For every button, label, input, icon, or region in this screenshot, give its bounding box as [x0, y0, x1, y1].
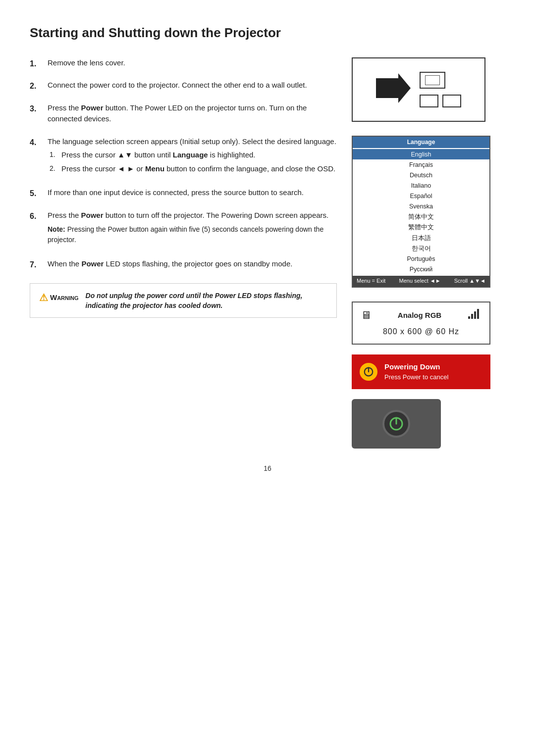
content-layout: 1. Remove the lens cover. 2. Connect the…	[30, 57, 505, 449]
step-5: 5. If more than one input device is conn…	[30, 187, 337, 200]
page-number: 16	[30, 463, 505, 473]
substep-1-text: Press the cursor ▲▼ button until Languag…	[61, 150, 256, 160]
signal-icon	[468, 308, 482, 322]
standby-power-image	[352, 399, 441, 449]
lang-footer-menu: Menu = Exit	[357, 277, 385, 285]
warning-label: ⚠ Warning	[39, 291, 79, 305]
projector-device-icon	[420, 72, 461, 107]
step-1-number: 1.	[30, 57, 44, 70]
svg-rect-4	[477, 309, 479, 319]
lang-item-english: English	[353, 149, 489, 159]
step-3: 3. Press the Power button. The Power LED…	[30, 102, 337, 126]
page: Starting and Shutting down the Projector…	[0, 0, 535, 756]
step-4-text: The language selection screen appears (I…	[48, 136, 337, 147]
step-3-text: Press the Power button. The Power LED on…	[48, 102, 337, 124]
step-7-body: When the Power LED stops flashing, the p…	[48, 258, 337, 271]
step-6-number: 6.	[30, 210, 44, 249]
lang-item-deutsch: Deutsch	[353, 170, 489, 180]
lang-item-traditional-chinese: 繁體中文	[353, 222, 489, 233]
step-6-note: Note: Pressing the Power button again wi…	[48, 224, 337, 245]
language-osd-footer: Menu = Exit Menu select ◄► Scroll ▲▼◄	[353, 276, 489, 287]
powering-down-title: Powering Down	[384, 361, 448, 372]
warning-block: ⚠ Warning Do not unplug the power cord u…	[30, 283, 337, 318]
step-5-number: 5.	[30, 187, 44, 200]
analog-rgb-resolution: 800 x 600 @ 60 Hz	[361, 326, 482, 337]
svg-rect-2	[471, 314, 473, 319]
step-2: 2. Connect the power cord to the project…	[30, 80, 337, 93]
step-4-substep-2: 2. Press the cursor ◄ ► or Menu button t…	[50, 163, 337, 174]
powering-down-box: Powering Down Press Power to cancel	[352, 354, 490, 390]
substep-2-num: 2.	[50, 163, 58, 174]
warning-text: Do not unplug the power cord until the P…	[86, 291, 327, 311]
step-7-text: When the Power LED stops flashing, the p…	[48, 258, 337, 269]
svg-marker-0	[376, 73, 411, 103]
analog-rgb-box: 🖥 Analog RGB 800 x 600 @ 60 Hz	[352, 302, 490, 345]
language-osd-titlebar: Language	[353, 137, 489, 148]
substep-1-num: 1.	[50, 150, 58, 160]
lang-item-russian: Русский	[353, 264, 489, 274]
lang-item-espanol: Español	[353, 191, 489, 202]
step-4-substeps: 1. Press the cursor ▲▼ button until Lang…	[50, 150, 337, 174]
step-1-text: Remove the lens cover.	[48, 57, 337, 68]
lang-item-japanese: 日本語	[353, 233, 489, 243]
page-title: Starting and Shutting down the Projector	[30, 24, 505, 43]
step-7: 7. When the Power LED stops flashing, th…	[30, 258, 337, 271]
right-column: Language English Français Deutsch Italia…	[352, 57, 505, 449]
left-column: 1. Remove the lens cover. 2. Connect the…	[30, 57, 337, 449]
projector-diagram	[352, 57, 485, 122]
step-5-body: If more than one input device is connect…	[48, 187, 337, 200]
step-2-body: Connect the power cord to the projector.…	[48, 80, 337, 93]
lang-item-italiano: Italiano	[353, 180, 489, 191]
step-2-number: 2.	[30, 80, 44, 93]
step-1-body: Remove the lens cover.	[48, 57, 337, 70]
lang-item-korean: 한국어	[353, 243, 489, 253]
lang-footer-select: Menu select ◄►	[399, 277, 441, 285]
svg-rect-1	[468, 316, 470, 319]
warning-triangle-icon: ⚠	[39, 291, 48, 305]
step-4-number: 4.	[30, 136, 44, 177]
step-4-substep-1: 1. Press the cursor ▲▼ button until Lang…	[50, 150, 337, 160]
standby-power-button-icon	[382, 410, 410, 438]
step-1: 1. Remove the lens cover.	[30, 57, 337, 70]
step-4: 4. The language selection screen appears…	[30, 136, 337, 177]
lang-item-francais: Français	[353, 159, 489, 170]
monitor-icon: 🖥	[361, 307, 372, 323]
step-6-body: Press the Power button to turn off the p…	[48, 210, 337, 249]
step-6: 6. Press the Power button to turn off th…	[30, 210, 337, 249]
step-3-number: 3.	[30, 102, 44, 126]
step-6-note-text: Note: Pressing the Power button again wi…	[48, 224, 337, 245]
powering-down-subtitle: Press Power to cancel	[384, 373, 448, 382]
connection-arrow-icon	[376, 73, 411, 106]
warning-title: Warning	[50, 292, 79, 303]
substep-2-text: Press the cursor ◄ ► or Menu button to c…	[61, 163, 335, 174]
step-2-text: Connect the power cord to the projector.…	[48, 80, 337, 91]
analog-rgb-header: 🖥 Analog RGB	[361, 307, 482, 323]
lang-item-portuguese: Português	[353, 253, 489, 264]
lang-item-simplified-chinese: 简体中文	[353, 212, 489, 222]
language-osd-list: English Français Deutsch Italiano Españo…	[353, 148, 489, 276]
svg-rect-3	[474, 311, 476, 319]
step-5-text: If more than one input device is connect…	[48, 187, 337, 198]
step-3-body: Press the Power button. The Power LED on…	[48, 102, 337, 126]
lang-footer-scroll: Scroll ▲▼◄	[454, 277, 485, 285]
warning-text-content: Do not unplug the power cord until the P…	[86, 292, 303, 309]
analog-rgb-title: Analog RGB	[398, 310, 441, 321]
language-osd: Language English Français Deutsch Italia…	[352, 136, 490, 288]
lang-item-svenska: Svenska	[353, 202, 489, 212]
powering-down-text: Powering Down Press Power to cancel	[384, 361, 448, 383]
step-7-number: 7.	[30, 258, 44, 271]
step-4-body: The language selection screen appears (I…	[48, 136, 337, 177]
powering-down-icon	[360, 363, 377, 381]
step-6-text: Press the Power button to turn off the p…	[48, 210, 337, 221]
